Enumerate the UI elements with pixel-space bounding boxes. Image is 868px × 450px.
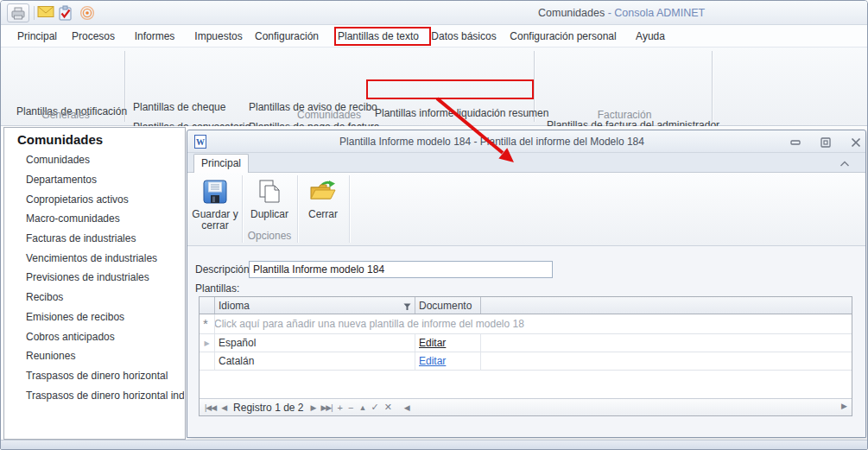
filter-icon[interactable] (403, 301, 411, 314)
close-button[interactable] (848, 136, 864, 149)
editar-link[interactable]: Editar (419, 355, 446, 367)
ribbon-tab-bar: Principal Procesos Informes Impuestos Co… (1, 25, 867, 47)
dialog-title: Plantilla Informe modelo 184 - Plantilla… (213, 136, 770, 148)
grid-row-catalan[interactable]: Catalán Editar (200, 352, 852, 371)
sidebar-item-cobros-anticipados[interactable]: Cobros anticipados (4, 326, 184, 346)
new-row-indicator: * (200, 314, 215, 333)
ribbon-item-plantillas-informe-liquidacion[interactable]: Plantillas informe liquidación resumen (371, 105, 552, 121)
sidebar-item-reuniones[interactable]: Reuniones (4, 346, 184, 366)
tab-plantillas-de-texto[interactable]: Plantillas de texto (338, 30, 419, 42)
window-title-suffix: - Consola ADMINET (608, 7, 706, 19)
tab-ayuda[interactable]: Ayuda (636, 30, 665, 42)
sidebar-item-departamentos[interactable]: Departamentos (4, 170, 184, 190)
mail-icon (37, 5, 54, 18)
ribbon-collapse-button[interactable] (839, 158, 850, 170)
sidebar-item-copropietarios-activos[interactable]: Copropietarios activos (4, 189, 184, 209)
record-status: Registro 1 de 2 (233, 402, 303, 414)
description-input[interactable] (249, 261, 553, 278)
nav-first-button[interactable]: |◀◀ (202, 403, 219, 412)
documento-header-label: Documento (419, 300, 472, 312)
column-header-idioma[interactable]: Idioma (215, 297, 415, 314)
ribbon-panel: Plantillas de notificación Plantillas de… (1, 47, 867, 126)
close-folder-icon (300, 174, 346, 209)
tab-impuestos[interactable]: Impuestos (194, 30, 242, 42)
cell-idioma[interactable]: Español (215, 334, 415, 352)
ribbon-item-plantillas-cheque[interactable]: Plantillas de cheque (130, 99, 229, 115)
sidebar-item-previsiones-industriales[interactable]: Previsiones de industriales (4, 268, 184, 288)
grid-new-row[interactable]: * Click aquí para añadir una nueva plant… (200, 314, 852, 334)
svg-text:W: W (196, 137, 205, 147)
nav-add-button[interactable]: + (335, 402, 345, 413)
mail-button[interactable] (37, 5, 54, 18)
sidebar-title: Comunidades (17, 132, 103, 147)
dialog-content: Descripción: Plantillas: Idioma (187, 246, 865, 437)
minimize-button[interactable] (788, 136, 803, 149)
editar-link[interactable]: Editar (419, 337, 446, 349)
grid-row-espanol[interactable]: ▶ Español Editar (200, 334, 852, 352)
maximize-button[interactable] (818, 136, 833, 149)
sidebar-item-comunidades[interactable]: Comunidades (4, 150, 184, 170)
close-dialog-button[interactable]: Cerrar (300, 174, 346, 231)
sidebar-item-macro-comunidades[interactable]: Macro-comunidades (4, 209, 184, 229)
sidebar-item-recibos[interactable]: Recibos (4, 288, 184, 307)
nav-next-button[interactable]: ▶ (308, 403, 319, 412)
nav-delete-button[interactable]: − (345, 402, 356, 413)
sidebar-item-traspasos-horizontal-indiv[interactable]: Traspasos de dinero horizontal indivi (4, 385, 184, 405)
nav-cancel-button[interactable]: ✕ (382, 402, 395, 413)
save-and-close-button[interactable]: Guardar y cerrar (191, 174, 239, 244)
tab-datos-basicos[interactable]: Datos básicos (431, 30, 496, 42)
sidebar-item-facturas-industriales[interactable]: Facturas de industriales (4, 229, 184, 249)
nav-last-button[interactable]: ▶▶| (318, 403, 334, 412)
print-quick-button[interactable] (7, 3, 29, 22)
word-document-icon: W (193, 135, 207, 151)
dialog-ribbon: Guardar y cerrar Duplicar (187, 172, 865, 246)
dialog-tab-row: Principal (187, 153, 865, 172)
chevron-up-icon (839, 161, 850, 168)
row-filler (481, 334, 852, 352)
idioma-header-label: Idioma (219, 300, 250, 312)
tab-procesos[interactable]: Procesos (72, 30, 115, 42)
minimize-icon (790, 139, 801, 146)
sidebar-item-traspasos-horizontal[interactable]: Traspasos de dinero horizontal (4, 366, 184, 386)
broadcast-button[interactable] (79, 5, 95, 21)
sidebar-item-vencimientos-industriales[interactable]: Vencimientos de industriales (4, 248, 184, 268)
scroll-left-button[interactable]: ◀ (402, 403, 412, 412)
printer-icon (10, 6, 26, 21)
tab-configuracion[interactable]: Configuración (255, 30, 319, 42)
close-dialog-label: Cerrar (300, 209, 346, 220)
grid-header: Idioma Documento (200, 297, 852, 314)
nav-post-button[interactable]: ✓ (368, 402, 381, 413)
scroll-right-button[interactable]: ▶ (839, 402, 849, 410)
duplicate-button[interactable]: Duplicar (244, 174, 295, 231)
nav-edit-button[interactable]: ▲ (356, 403, 368, 412)
main-area: Comunidades Comunidades Departamentos Co… (1, 126, 867, 440)
tab-principal[interactable]: Principal (17, 30, 57, 42)
toolbar-separator (34, 6, 35, 20)
row-filler (481, 352, 852, 370)
window-title-main: Comunidades (538, 7, 605, 19)
modelo-184-dialog: W Plantilla Informe modelo 184 - Plantil… (187, 130, 866, 438)
plantillas-label: Plantillas: (195, 282, 239, 295)
title-bar: Comunidades - Consola ADMINET (1, 1, 867, 25)
nav-prev-button[interactable]: ◀ (219, 403, 229, 412)
record-navigator: |◀◀ ◀ Registro 1 de 2 ▶ ▶▶| + − ▲ ✓ ✕ ◀ … (200, 398, 852, 415)
grid-empty-area (200, 371, 852, 398)
column-header-documento[interactable]: Documento (415, 297, 481, 314)
tab-informes[interactable]: Informes (135, 30, 175, 42)
tasks-button[interactable] (58, 5, 73, 21)
sidebar-item-emisiones-recibos[interactable]: Emisiones de recibos (4, 307, 184, 327)
ribbon-group-comunidades: Comunidades (297, 109, 361, 121)
ribbon-group-facturacion: Facturación (598, 109, 652, 121)
button-separator (242, 175, 243, 243)
row-indicator (200, 352, 215, 370)
plantillas-grid: Idioma Documento (199, 296, 852, 416)
dialog-title-bar[interactable]: W Plantilla Informe modelo 184 - Plantil… (187, 130, 865, 153)
dialog-tab-principal[interactable]: Principal (193, 154, 249, 173)
restore-icon (820, 137, 831, 148)
cell-idioma[interactable]: Catalán (215, 352, 415, 370)
save-and-close-label: Guardar y cerrar (191, 209, 239, 231)
button-separator (297, 175, 298, 243)
duplicate-label: Duplicar (244, 209, 295, 220)
duplicate-icon (244, 174, 295, 209)
tab-configuracion-personal[interactable]: Configuración personal (510, 30, 616, 42)
